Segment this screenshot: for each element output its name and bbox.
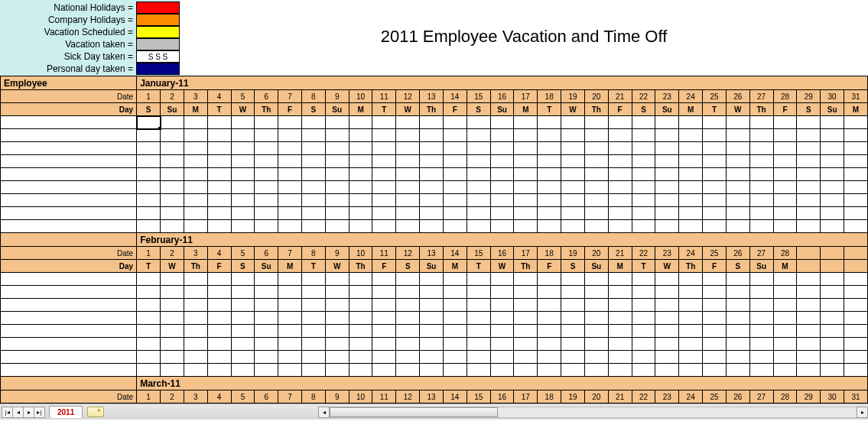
calendar-cell[interactable] (161, 142, 184, 155)
calendar-cell[interactable] (608, 207, 632, 220)
date-cell[interactable]: 24 (679, 390, 703, 403)
calendar-cell[interactable] (632, 155, 655, 168)
calendar-cell[interactable] (584, 351, 608, 364)
calendar-cell[interactable] (679, 351, 703, 364)
date-cell[interactable]: 16 (490, 247, 514, 260)
date-cell[interactable]: 23 (655, 247, 679, 260)
calendar-cell[interactable] (632, 129, 655, 142)
calendar-cell[interactable] (372, 273, 396, 286)
calendar-cell[interactable] (773, 299, 797, 312)
calendar-cell[interactable] (703, 207, 727, 220)
calendar-cell[interactable] (679, 220, 703, 233)
day-cell[interactable]: F (207, 260, 231, 273)
calendar-cell[interactable] (420, 299, 444, 312)
date-cell[interactable]: 25 (703, 390, 727, 403)
calendar-cell[interactable] (325, 364, 349, 377)
calendar-cell[interactable] (797, 168, 821, 181)
calendar-cell[interactable] (396, 351, 420, 364)
calendar-cell[interactable] (255, 116, 278, 129)
calendar-cell[interactable] (538, 273, 561, 286)
calendar-cell[interactable] (584, 299, 608, 312)
calendar-cell[interactable] (538, 312, 561, 325)
calendar-cell[interactable] (514, 364, 538, 377)
day-cell[interactable]: S (467, 103, 490, 116)
calendar-cell[interactable] (372, 351, 396, 364)
date-cell[interactable]: 28 (773, 90, 797, 103)
calendar-cell[interactable] (443, 325, 467, 338)
calendar-cell[interactable] (325, 286, 349, 299)
date-cell[interactable]: 3 (184, 90, 207, 103)
calendar-cell[interactable] (184, 325, 207, 338)
calendar-cell[interactable] (420, 181, 444, 194)
calendar-cell[interactable] (538, 155, 561, 168)
calendar-cell[interactable] (584, 116, 608, 129)
calendar-cell[interactable] (137, 220, 161, 233)
calendar-cell[interactable] (726, 181, 749, 194)
calendar-cell[interactable] (538, 116, 561, 129)
calendar-cell[interactable] (797, 142, 821, 155)
calendar-cell[interactable] (538, 168, 561, 181)
date-cell[interactable]: 6 (255, 247, 278, 260)
calendar-cell[interactable] (749, 194, 773, 207)
calendar-cell[interactable] (443, 116, 467, 129)
employee-cell[interactable] (1, 220, 137, 233)
calendar-cell[interactable] (161, 207, 184, 220)
calendar-cell[interactable] (773, 364, 797, 377)
calendar-cell[interactable] (632, 168, 655, 181)
calendar-cell[interactable] (231, 338, 255, 351)
calendar-cell[interactable] (538, 181, 561, 194)
calendar-cell[interactable] (396, 325, 420, 338)
calendar-cell[interactable] (608, 129, 632, 142)
calendar-cell[interactable] (443, 129, 467, 142)
calendar-cell[interactable] (632, 194, 655, 207)
calendar-cell[interactable] (349, 142, 372, 155)
date-cell[interactable]: 22 (632, 90, 655, 103)
date-cell[interactable]: 8 (301, 390, 325, 403)
calendar-cell[interactable] (301, 116, 325, 129)
calendar-cell[interactable] (301, 220, 325, 233)
calendar-cell[interactable] (655, 129, 679, 142)
day-cell[interactable]: F (538, 260, 561, 273)
day-cell[interactable]: F (372, 260, 396, 273)
calendar-cell[interactable] (561, 181, 585, 194)
calendar-cell[interactable] (207, 194, 231, 207)
calendar-cell[interactable] (137, 299, 161, 312)
calendar-cell[interactable] (443, 142, 467, 155)
calendar-cell[interactable] (207, 364, 231, 377)
calendar-cell[interactable] (797, 207, 821, 220)
calendar-cell[interactable] (278, 155, 302, 168)
calendar-cell[interactable] (372, 312, 396, 325)
calendar-cell[interactable] (561, 364, 585, 377)
calendar-cell[interactable] (443, 181, 467, 194)
date-cell[interactable]: 19 (561, 90, 585, 103)
calendar-cell[interactable] (703, 129, 727, 142)
calendar-cell[interactable] (514, 299, 538, 312)
calendar-cell[interactable] (372, 207, 396, 220)
calendar-cell[interactable] (231, 325, 255, 338)
date-cell[interactable]: 14 (443, 90, 467, 103)
calendar-cell[interactable] (207, 338, 231, 351)
calendar-cell[interactable] (538, 194, 561, 207)
calendar-cell[interactable] (538, 220, 561, 233)
calendar-cell[interactable] (655, 299, 679, 312)
calendar-cell[interactable] (207, 129, 231, 142)
calendar-cell[interactable] (514, 129, 538, 142)
date-cell[interactable]: 18 (538, 90, 561, 103)
calendar-cell[interactable] (773, 220, 797, 233)
day-cell[interactable]: S (561, 260, 585, 273)
date-cell[interactable]: 11 (372, 247, 396, 260)
calendar-cell[interactable] (255, 181, 278, 194)
calendar-cell[interactable] (349, 364, 372, 377)
calendar-cell[interactable] (349, 299, 372, 312)
calendar-cell[interactable] (137, 194, 161, 207)
calendar-cell[interactable] (184, 338, 207, 351)
day-cell[interactable]: Su (490, 103, 514, 116)
calendar-cell[interactable] (161, 155, 184, 168)
calendar-cell[interactable] (773, 338, 797, 351)
date-cell[interactable]: 5 (231, 247, 255, 260)
calendar-cell[interactable] (420, 168, 444, 181)
employee-cell[interactable] (1, 338, 137, 351)
day-cell[interactable]: Th (184, 260, 207, 273)
calendar-cell[interactable] (231, 273, 255, 286)
calendar-cell[interactable] (514, 116, 538, 129)
